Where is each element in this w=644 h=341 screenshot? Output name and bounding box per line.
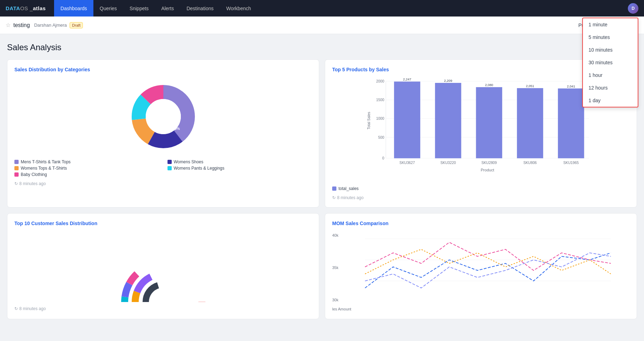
refresh-option-30min[interactable]: 30 minutes — [583, 56, 638, 69]
refresh-option-1day[interactable]: 1 day — [583, 94, 638, 107]
chart3-timestamp: 8 minutes ago — [19, 306, 46, 311]
bar-legend-color — [332, 186, 336, 191]
charts-grid: Sales Distribution by Categories 39.5% 1… — [7, 59, 637, 319]
mom-chart-area — [346, 232, 630, 309]
svg-text:500: 500 — [378, 136, 384, 139]
svg-text:2,209: 2,209 — [444, 79, 452, 83]
top-navigation: DATAOS _atlas Dashboards Queries Snippet… — [0, 0, 644, 17]
chart2-footer: ↻ 8 minutes ago — [332, 195, 630, 200]
chart2-timestamp: 8 minutes ago — [337, 195, 363, 200]
mom-y-axis: 40k 35k 30k — [332, 232, 346, 309]
nav-item-snippets[interactable]: Snippets — [123, 0, 155, 17]
bar-sku1965 — [558, 88, 584, 158]
svg-text:2,041: 2,041 — [567, 85, 575, 88]
refresh-option-5min[interactable]: 5 minutes — [583, 31, 638, 44]
chart-sales-distribution: Sales Distribution by Categories 39.5% 1… — [7, 59, 319, 208]
page-title: testing — [13, 22, 30, 28]
legend-color-tops — [14, 166, 19, 170]
nav-item-dashboards[interactable]: Dashboards — [54, 0, 93, 17]
donut-legend: Mens T-Shirts & Tank Tops Womens Shoes W… — [14, 159, 312, 177]
nav-item-workbench[interactable]: Workbench — [220, 0, 257, 17]
mom-chart-wrap: 40k 35k 30k — [332, 232, 630, 309]
svg-text:SKU806: SKU806 — [523, 161, 537, 165]
legend-item-pants: Womens Pants & Leggings — [167, 166, 312, 171]
svg-text:SKU3627: SKU3627 — [400, 161, 415, 165]
svg-point-46 — [146, 284, 181, 302]
svg-text:14%: 14% — [159, 130, 166, 134]
chart4-title: MOM Sales Comparison — [332, 221, 630, 226]
chart1-title: Sales Distribution by Categories — [14, 67, 312, 72]
legend-color-mens — [14, 160, 19, 164]
chart-mom-sales: MOM Sales Comparison 40k 35k 30k — [325, 213, 637, 319]
logo: DATAOS _atlas — [6, 5, 46, 11]
legend-item-shoes: Womens Shoes — [167, 159, 312, 164]
dashboard-title: Sales Analysis — [7, 42, 637, 52]
chart1-footer: ↻ 8 minutes ago — [14, 181, 312, 186]
legend-color-pants — [167, 166, 172, 170]
refresh-icon2: ↻ — [332, 195, 336, 200]
svg-text:SKU3220: SKU3220 — [440, 161, 456, 165]
donut-chart-svg: 39.5% 18.6% 15.1% 14% 12.9% — [125, 78, 202, 155]
chart3-footer: ↻ 8 minutes ago — [14, 306, 312, 311]
svg-text:2,051: 2,051 — [526, 84, 534, 88]
sunburst-svg — [114, 232, 212, 302]
star-icon[interactable]: ☆ — [6, 22, 11, 28]
refresh-icon: ↻ — [14, 181, 18, 186]
refresh-dropdown: 1 minute 5 minutes 10 minutes 30 minutes… — [582, 18, 638, 107]
svg-text:15.1%: 15.1% — [147, 122, 157, 126]
nav-items: Dashboards Queries Snippets Alerts Desti… — [54, 0, 257, 17]
donut-chart-container: 39.5% 18.6% 15.1% 14% 12.9% Mens T-Shirt… — [14, 78, 312, 177]
svg-text:1000: 1000 — [376, 117, 384, 120]
svg-text:12.9%: 12.9% — [170, 127, 179, 131]
chart3-title: Top 10 Customer Sales Distribution — [14, 221, 312, 226]
chart2-legend: total_sales — [332, 186, 630, 191]
svg-text:SKU1965: SKU1965 — [563, 161, 579, 165]
author-name: Darshan Ajmera — [34, 22, 67, 28]
nav-item-queries[interactable]: Queries — [93, 0, 123, 17]
svg-text:18.6%: 18.6% — [150, 113, 159, 117]
nav-item-alerts[interactable]: Alerts — [155, 0, 180, 17]
chart-customer-distribution: Top 10 Customer Sales Distribution — [7, 213, 319, 319]
legend-item-mens: Mens T-Shirts & Tank Tops — [14, 159, 159, 164]
svg-text:2,080: 2,080 — [485, 83, 493, 87]
legend-item-baby: Baby Clothing — [14, 172, 159, 177]
svg-text:Total Sales: Total Sales — [367, 112, 371, 129]
bar-sku3627 — [394, 81, 420, 158]
bar-sku806 — [517, 88, 543, 158]
bar-sku3220 — [435, 83, 461, 158]
status-badge: Draft — [70, 22, 83, 28]
legend-color-shoes — [167, 160, 172, 164]
svg-text:2,247: 2,247 — [403, 78, 411, 81]
chart1-timestamp: 8 minutes ago — [19, 181, 46, 186]
main-content: Sales Analysis Sales Distribution by Cat… — [0, 34, 644, 328]
bar-legend-label: total_sales — [339, 186, 359, 191]
svg-text:2000: 2000 — [376, 79, 384, 83]
svg-text:SKU2809: SKU2809 — [481, 161, 497, 165]
svg-text:Product: Product — [481, 168, 494, 172]
nav-item-destinations[interactable]: Destinations — [180, 0, 220, 17]
bar-sku2809 — [476, 87, 502, 158]
svg-text:0: 0 — [382, 156, 384, 160]
refresh-option-1hr[interactable]: 1 hour — [583, 69, 638, 81]
chart4-ylabel: les Amount — [332, 306, 630, 312]
legend-color-baby — [14, 172, 19, 177]
refresh-option-10min[interactable]: 10 minutes — [583, 44, 638, 56]
refresh-option-1min[interactable]: 1 minute — [583, 18, 638, 31]
refresh-icon3: ↻ — [14, 306, 18, 311]
sunburst-chart — [14, 232, 312, 302]
toolbar: ☆ testing Darshan Ajmera Draft Publish R… — [0, 17, 644, 34]
user-avatar[interactable]: D — [628, 3, 638, 14]
refresh-option-12hr[interactable]: 12 hours — [583, 81, 638, 94]
mom-chart-svg — [346, 232, 630, 302]
svg-text:39.5%: 39.5% — [161, 108, 171, 112]
svg-text:1500: 1500 — [376, 98, 384, 102]
legend-item-tops: Womens Tops & T-Shirts — [14, 166, 159, 171]
logo-text: DATAOS _atlas — [6, 5, 46, 11]
